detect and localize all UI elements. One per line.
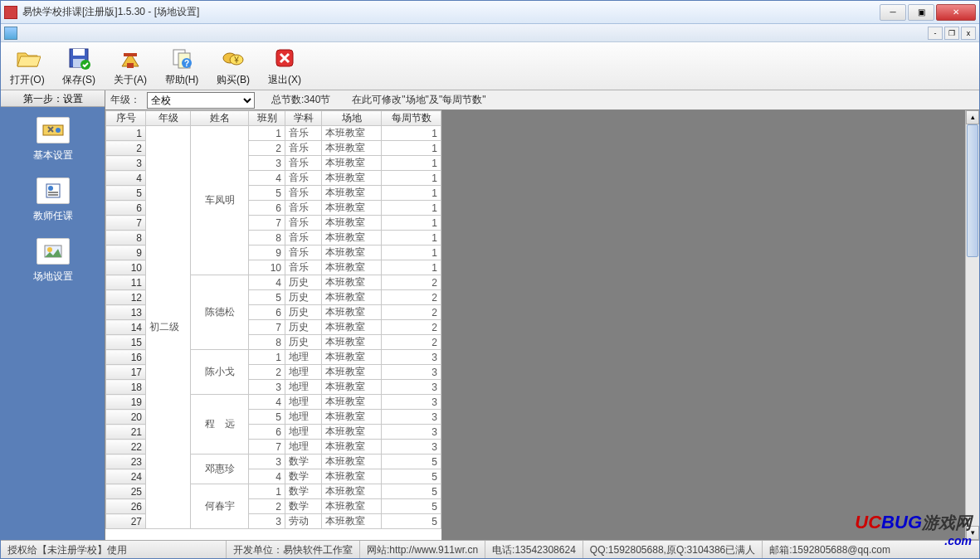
- row-header: 19: [106, 395, 146, 410]
- venue-cell[interactable]: 本班教室: [322, 425, 382, 440]
- col-header[interactable]: 序号: [106, 111, 146, 126]
- buy-button[interactable]: ¥购买(B): [213, 45, 253, 87]
- venue-cell[interactable]: 本班教室: [322, 231, 382, 245]
- scroll-thumb[interactable]: [967, 124, 978, 257]
- name-cell: 陈小戈: [191, 350, 249, 395]
- save-button[interactable]: 保存(S): [59, 45, 99, 87]
- close-button[interactable]: ✕: [936, 4, 976, 21]
- periods-cell[interactable]: 5: [382, 454, 441, 469]
- sidebar: 第一步：设置 基本设置教师任课场地设置: [1, 90, 105, 540]
- venue-cell[interactable]: 本班教室: [322, 499, 382, 514]
- venue-cell[interactable]: 本班教室: [322, 410, 382, 425]
- col-header[interactable]: 年级: [146, 111, 191, 126]
- venue-cell[interactable]: 本班教室: [322, 201, 382, 216]
- subject-cell: 历史: [285, 320, 322, 335]
- periods-cell[interactable]: 3: [382, 350, 441, 365]
- col-header[interactable]: 场地: [322, 111, 382, 126]
- periods-cell[interactable]: 3: [382, 425, 441, 440]
- subject-cell: 数学: [285, 499, 322, 514]
- toolbar: 打开(O)保存(S)关于(A)?帮助(H)¥购买(B)退出(X): [1, 42, 979, 90]
- class-cell: 2: [249, 141, 285, 156]
- venue-cell[interactable]: 本班教室: [322, 484, 382, 499]
- subject-cell: 音乐: [285, 156, 322, 171]
- periods-cell[interactable]: 1: [382, 186, 441, 201]
- periods-cell[interactable]: 3: [382, 365, 441, 380]
- svg-rect-18: [48, 192, 58, 193]
- venue-cell[interactable]: 本班教室: [322, 245, 382, 260]
- periods-cell[interactable]: 2: [382, 275, 441, 290]
- periods-cell[interactable]: 1: [382, 141, 441, 156]
- periods-cell[interactable]: 1: [382, 156, 441, 171]
- scroll-up-button[interactable]: ▴: [966, 110, 979, 124]
- venue-cell[interactable]: 本班教室: [322, 126, 382, 141]
- about-button[interactable]: 关于(A): [110, 45, 150, 87]
- venue-cell[interactable]: 本班教室: [322, 454, 382, 469]
- periods-cell[interactable]: 5: [382, 469, 441, 484]
- buy-button-icon: ¥: [220, 45, 246, 71]
- open-button[interactable]: 打开(O): [7, 45, 47, 87]
- periods-cell[interactable]: 3: [382, 380, 441, 395]
- periods-cell[interactable]: 3: [382, 395, 441, 410]
- row-header: 24: [106, 469, 146, 484]
- table-row[interactable]: 1初二级车凤明1音乐本班教室1: [106, 126, 441, 141]
- venue-cell[interactable]: 本班教室: [322, 156, 382, 171]
- periods-cell[interactable]: 3: [382, 440, 441, 454]
- periods-cell[interactable]: 5: [382, 484, 441, 499]
- venue-cell[interactable]: 本班教室: [322, 469, 382, 484]
- periods-cell[interactable]: 2: [382, 320, 441, 335]
- venue-cell[interactable]: 本班教室: [322, 171, 382, 186]
- periods-cell[interactable]: 1: [382, 171, 441, 186]
- venue-cell[interactable]: 本班教室: [322, 216, 382, 231]
- venue-cell[interactable]: 本班教室: [322, 186, 382, 201]
- venue-cell[interactable]: 本班教室: [322, 260, 382, 275]
- mdi-restore-button[interactable]: ❐: [944, 27, 959, 40]
- class-cell: 6: [249, 201, 285, 216]
- periods-cell[interactable]: 1: [382, 231, 441, 245]
- grade-select[interactable]: 全校: [147, 92, 255, 109]
- minimize-button[interactable]: ─: [880, 4, 906, 21]
- venue-cell[interactable]: 本班教室: [322, 514, 382, 529]
- venue-cell[interactable]: 本班教室: [322, 335, 382, 350]
- periods-cell[interactable]: 5: [382, 514, 441, 529]
- venue-cell[interactable]: 本班教室: [322, 395, 382, 410]
- periods-cell[interactable]: 5: [382, 499, 441, 514]
- data-grid[interactable]: 序号年级姓名班别学科场地每周节数1初二级车凤明1音乐本班教室122音乐本班教室1…: [105, 110, 442, 540]
- periods-cell[interactable]: 1: [382, 260, 441, 275]
- col-header[interactable]: 班别: [249, 111, 285, 126]
- class-cell: 6: [249, 305, 285, 320]
- venue-cell[interactable]: 本班教室: [322, 141, 382, 156]
- save-button-label: 保存(S): [62, 73, 95, 87]
- venue-cell[interactable]: 本班教室: [322, 275, 382, 290]
- periods-cell[interactable]: 1: [382, 216, 441, 231]
- subject-cell: 音乐: [285, 216, 322, 231]
- venue-cell[interactable]: 本班教室: [322, 350, 382, 365]
- buy-button-label: 购买(B): [217, 73, 250, 87]
- venue-cell[interactable]: 本班教室: [322, 290, 382, 305]
- mdi-close-button[interactable]: x: [961, 27, 976, 40]
- vertical-scrollbar[interactable]: ▴ ▾: [965, 110, 979, 540]
- periods-cell[interactable]: 1: [382, 126, 441, 141]
- mdi-bar: - ❐ x: [1, 24, 979, 42]
- sidebar-venue-settings[interactable]: 场地设置: [33, 238, 73, 284]
- maximize-button[interactable]: ▣: [908, 4, 934, 21]
- venue-cell[interactable]: 本班教室: [322, 440, 382, 454]
- sidebar-teacher-course[interactable]: 教师任课: [33, 177, 73, 223]
- periods-cell[interactable]: 2: [382, 305, 441, 320]
- periods-cell[interactable]: 2: [382, 290, 441, 305]
- venue-cell[interactable]: 本班教室: [322, 320, 382, 335]
- periods-cell[interactable]: 1: [382, 201, 441, 216]
- col-header[interactable]: 姓名: [191, 111, 249, 126]
- mdi-minimize-button[interactable]: -: [928, 27, 943, 40]
- venue-cell[interactable]: 本班教室: [322, 365, 382, 380]
- venue-cell[interactable]: 本班教室: [322, 305, 382, 320]
- periods-cell[interactable]: 3: [382, 410, 441, 425]
- exit-button[interactable]: 退出(X): [265, 45, 305, 87]
- venue-cell[interactable]: 本班教室: [322, 380, 382, 395]
- sidebar-basic-settings[interactable]: 基本设置: [33, 117, 73, 163]
- help-button[interactable]: ?帮助(H): [162, 45, 202, 87]
- col-header[interactable]: 每周节数: [382, 111, 441, 126]
- periods-cell[interactable]: 1: [382, 245, 441, 260]
- periods-cell[interactable]: 2: [382, 335, 441, 350]
- col-header[interactable]: 学科: [285, 111, 322, 126]
- scroll-down-button[interactable]: ▾: [966, 526, 979, 540]
